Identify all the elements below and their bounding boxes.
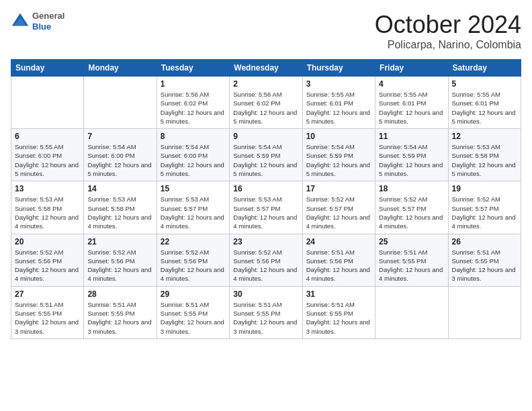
day-info: Sunrise: 5:51 AM Sunset: 5:55 PM Dayligh… bbox=[379, 248, 444, 283]
day-cell-2-0: 13Sunrise: 5:53 AM Sunset: 5:58 PM Dayli… bbox=[11, 181, 84, 234]
col-monday: Monday bbox=[84, 60, 157, 77]
day-number: 20 bbox=[15, 237, 80, 246]
week-row-3: 13Sunrise: 5:53 AM Sunset: 5:58 PM Dayli… bbox=[11, 181, 521, 234]
day-info: Sunrise: 5:51 AM Sunset: 5:55 PM Dayligh… bbox=[306, 300, 371, 336]
day-info: Sunrise: 5:51 AM Sunset: 5:55 PM Dayligh… bbox=[87, 300, 152, 336]
day-info: Sunrise: 5:55 AM Sunset: 6:01 PM Dayligh… bbox=[379, 90, 444, 126]
day-cell-0-5: 4Sunrise: 5:55 AM Sunset: 6:01 PM Daylig… bbox=[375, 77, 448, 129]
week-row-2: 6Sunrise: 5:55 AM Sunset: 6:00 PM Daylig… bbox=[11, 129, 521, 181]
day-number: 1 bbox=[161, 79, 226, 89]
day-cell-2-6: 19Sunrise: 5:52 AM Sunset: 5:57 PM Dayli… bbox=[448, 181, 521, 234]
day-number: 27 bbox=[15, 289, 80, 299]
col-friday: Friday bbox=[375, 60, 448, 77]
day-info: Sunrise: 5:52 AM Sunset: 5:57 PM Dayligh… bbox=[306, 195, 371, 230]
day-cell-4-0: 27Sunrise: 5:51 AM Sunset: 5:55 PM Dayli… bbox=[11, 286, 84, 338]
calendar-header-row: Sunday Monday Tuesday Wednesday Thursday… bbox=[11, 60, 521, 77]
day-info: Sunrise: 5:55 AM Sunset: 6:01 PM Dayligh… bbox=[306, 90, 371, 126]
day-number: 31 bbox=[306, 289, 371, 299]
day-number: 23 bbox=[233, 237, 298, 246]
day-number: 10 bbox=[306, 132, 371, 141]
day-number: 24 bbox=[306, 237, 371, 246]
day-number: 19 bbox=[452, 184, 517, 193]
col-thursday: Thursday bbox=[302, 60, 375, 77]
day-info: Sunrise: 5:52 AM Sunset: 5:56 PM Dayligh… bbox=[233, 248, 298, 283]
day-cell-1-6: 12Sunrise: 5:53 AM Sunset: 5:58 PM Dayli… bbox=[448, 129, 521, 181]
logo-general: General bbox=[32, 11, 64, 21]
day-cell-0-4: 3Sunrise: 5:55 AM Sunset: 6:01 PM Daylig… bbox=[302, 77, 375, 129]
week-row-5: 27Sunrise: 5:51 AM Sunset: 5:55 PM Dayli… bbox=[11, 286, 521, 338]
day-info: Sunrise: 5:52 AM Sunset: 5:56 PM Dayligh… bbox=[15, 248, 80, 283]
day-number: 22 bbox=[161, 237, 226, 246]
day-info: Sunrise: 5:51 AM Sunset: 5:55 PM Dayligh… bbox=[452, 248, 517, 283]
logo-text: General Blue bbox=[32, 11, 64, 32]
day-number: 26 bbox=[452, 237, 517, 246]
day-cell-1-4: 10Sunrise: 5:54 AM Sunset: 5:59 PM Dayli… bbox=[302, 129, 375, 181]
day-number: 14 bbox=[87, 184, 152, 193]
day-info: Sunrise: 5:56 AM Sunset: 6:02 PM Dayligh… bbox=[161, 90, 226, 126]
day-info: Sunrise: 5:52 AM Sunset: 5:57 PM Dayligh… bbox=[379, 195, 444, 230]
day-cell-4-1: 28Sunrise: 5:51 AM Sunset: 5:55 PM Dayli… bbox=[84, 286, 157, 338]
logo-blue: Blue bbox=[32, 21, 51, 32]
day-cell-3-3: 23Sunrise: 5:52 AM Sunset: 5:56 PM Dayli… bbox=[230, 234, 302, 286]
col-sunday: Sunday bbox=[11, 60, 84, 77]
day-cell-4-2: 29Sunrise: 5:51 AM Sunset: 5:55 PM Dayli… bbox=[157, 286, 229, 338]
day-number: 9 bbox=[233, 132, 298, 141]
day-info: Sunrise: 5:51 AM Sunset: 5:55 PM Dayligh… bbox=[233, 300, 298, 336]
page-header: General Blue October 2024 Policarpa, Nar… bbox=[11, 11, 521, 51]
day-number: 8 bbox=[161, 132, 226, 141]
day-info: Sunrise: 5:54 AM Sunset: 5:59 PM Dayligh… bbox=[233, 142, 298, 178]
day-number: 5 bbox=[452, 79, 517, 89]
day-cell-3-5: 25Sunrise: 5:51 AM Sunset: 5:55 PM Dayli… bbox=[375, 234, 448, 286]
day-number: 28 bbox=[87, 289, 152, 299]
day-cell-4-6 bbox=[448, 286, 521, 338]
day-info: Sunrise: 5:55 AM Sunset: 6:01 PM Dayligh… bbox=[452, 90, 517, 126]
day-number: 4 bbox=[379, 79, 444, 89]
day-cell-4-3: 30Sunrise: 5:51 AM Sunset: 5:55 PM Dayli… bbox=[230, 286, 302, 338]
day-cell-1-3: 9Sunrise: 5:54 AM Sunset: 5:59 PM Daylig… bbox=[230, 129, 302, 181]
day-number: 3 bbox=[306, 79, 371, 89]
day-cell-1-1: 7Sunrise: 5:54 AM Sunset: 6:00 PM Daylig… bbox=[84, 129, 157, 181]
day-info: Sunrise: 5:53 AM Sunset: 5:58 PM Dayligh… bbox=[452, 142, 517, 178]
day-info: Sunrise: 5:54 AM Sunset: 6:00 PM Dayligh… bbox=[87, 142, 152, 178]
day-cell-0-3: 2Sunrise: 5:56 AM Sunset: 6:02 PM Daylig… bbox=[230, 77, 302, 129]
day-number: 15 bbox=[161, 184, 226, 193]
day-number: 13 bbox=[15, 184, 80, 193]
day-number: 11 bbox=[379, 132, 444, 141]
day-cell-0-6: 5Sunrise: 5:55 AM Sunset: 6:01 PM Daylig… bbox=[448, 77, 521, 129]
day-cell-2-4: 17Sunrise: 5:52 AM Sunset: 5:57 PM Dayli… bbox=[302, 181, 375, 234]
day-cell-1-2: 8Sunrise: 5:54 AM Sunset: 6:00 PM Daylig… bbox=[157, 129, 229, 181]
day-info: Sunrise: 5:51 AM Sunset: 5:55 PM Dayligh… bbox=[161, 300, 226, 336]
day-info: Sunrise: 5:52 AM Sunset: 5:56 PM Dayligh… bbox=[87, 248, 152, 283]
day-cell-2-3: 16Sunrise: 5:53 AM Sunset: 5:57 PM Dayli… bbox=[230, 181, 302, 234]
day-info: Sunrise: 5:56 AM Sunset: 6:02 PM Dayligh… bbox=[233, 90, 298, 126]
day-cell-1-0: 6Sunrise: 5:55 AM Sunset: 6:00 PM Daylig… bbox=[11, 129, 84, 181]
col-saturday: Saturday bbox=[448, 60, 521, 77]
day-number: 30 bbox=[233, 289, 298, 299]
day-cell-3-6: 26Sunrise: 5:51 AM Sunset: 5:55 PM Dayli… bbox=[448, 234, 521, 286]
day-info: Sunrise: 5:53 AM Sunset: 5:58 PM Dayligh… bbox=[15, 195, 80, 230]
day-cell-3-2: 22Sunrise: 5:52 AM Sunset: 5:56 PM Dayli… bbox=[157, 234, 229, 286]
day-number: 6 bbox=[15, 132, 80, 141]
col-wednesday: Wednesday bbox=[230, 60, 302, 77]
day-number: 21 bbox=[87, 237, 152, 246]
day-number: 16 bbox=[233, 184, 298, 193]
day-cell-0-1 bbox=[84, 77, 157, 129]
day-cell-4-5 bbox=[375, 286, 448, 338]
day-info: Sunrise: 5:53 AM Sunset: 5:57 PM Dayligh… bbox=[233, 195, 298, 230]
day-info: Sunrise: 5:53 AM Sunset: 5:57 PM Dayligh… bbox=[161, 195, 226, 230]
day-cell-3-4: 24Sunrise: 5:51 AM Sunset: 5:56 PM Dayli… bbox=[302, 234, 375, 286]
day-info: Sunrise: 5:54 AM Sunset: 5:59 PM Dayligh… bbox=[379, 142, 444, 178]
day-cell-0-0 bbox=[11, 77, 84, 129]
day-info: Sunrise: 5:51 AM Sunset: 5:55 PM Dayligh… bbox=[15, 300, 80, 336]
month-title: October 2024 bbox=[375, 11, 521, 39]
day-cell-2-2: 15Sunrise: 5:53 AM Sunset: 5:57 PM Dayli… bbox=[157, 181, 229, 234]
day-number: 17 bbox=[306, 184, 371, 193]
day-cell-2-5: 18Sunrise: 5:52 AM Sunset: 5:57 PM Dayli… bbox=[375, 181, 448, 234]
day-cell-0-2: 1Sunrise: 5:56 AM Sunset: 6:02 PM Daylig… bbox=[157, 77, 229, 129]
day-cell-4-4: 31Sunrise: 5:51 AM Sunset: 5:55 PM Dayli… bbox=[302, 286, 375, 338]
day-number: 7 bbox=[87, 132, 152, 141]
col-tuesday: Tuesday bbox=[157, 60, 229, 77]
week-row-4: 20Sunrise: 5:52 AM Sunset: 5:56 PM Dayli… bbox=[11, 234, 521, 286]
day-info: Sunrise: 5:51 AM Sunset: 5:56 PM Dayligh… bbox=[306, 248, 371, 283]
day-info: Sunrise: 5:55 AM Sunset: 6:00 PM Dayligh… bbox=[15, 142, 80, 178]
